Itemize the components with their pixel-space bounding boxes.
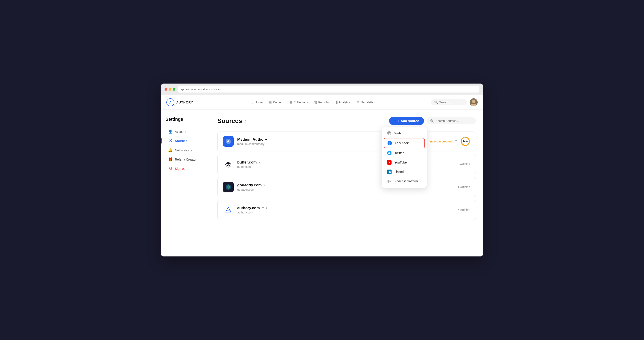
main-layout: Settings 👤 Account Sources 🔔 — [161, 109, 483, 256]
account-icon: 👤 — [168, 129, 173, 134]
refer-icon: 🎁 — [168, 157, 173, 161]
avatar[interactable] — [470, 98, 478, 106]
content-area: Sources 4 + + Add source — [210, 109, 483, 256]
plus-icon: + — [394, 119, 396, 123]
close-dot[interactable] — [164, 88, 167, 91]
buffer-articles: 5 Articles — [458, 162, 470, 166]
avatar-image — [470, 98, 478, 106]
svg-rect-16 — [390, 180, 390, 182]
authory-info: authory.com ? ▾ authory.com — [237, 206, 452, 214]
analytics-icon: ▐ — [335, 101, 338, 104]
nav-portfolio[interactable]: ◫ Portfolio — [314, 100, 329, 105]
sidebar-item-label: Sign out — [175, 167, 186, 171]
authory-url: authory.com — [237, 211, 452, 214]
medium-logo: A — [223, 136, 234, 147]
content-header: Sources 4 + + Add source — [217, 117, 476, 125]
authory-logo — [223, 205, 234, 215]
top-nav: A AUTHORY ⌂ Home ▤ Content ⊞ Collections — [161, 95, 483, 109]
header-right: + + Add source — [389, 117, 476, 125]
svg-text:A: A — [227, 139, 230, 143]
chevron-down-icon[interactable]: ▾ — [264, 184, 265, 187]
svg-rect-13 — [388, 181, 388, 182]
browser-traffic-lights — [164, 88, 175, 91]
svg-point-24 — [228, 207, 229, 208]
buffer-logo — [223, 159, 234, 169]
url-bar[interactable]: app.authory.com/settings/sources — [178, 86, 480, 92]
home-icon: ⌂ — [252, 101, 253, 104]
svg-point-1 — [472, 100, 475, 103]
search-icon: 🔍 — [434, 101, 438, 104]
svg-rect-15 — [389, 180, 389, 183]
sidebar-item-account[interactable]: 👤 Account — [166, 127, 206, 136]
nav-home[interactable]: ⌂ Home — [252, 100, 262, 105]
progress-circle: 94% — [460, 136, 470, 146]
source-card-godaddy: godaddy.com ▾ godaddy.com 1 Articles — [217, 177, 476, 197]
authory-name: authory.com ? ▾ — [237, 206, 452, 210]
url-text: app.authory.com/settings/sources — [181, 88, 221, 91]
logo-area[interactable]: A AUTHORY — [166, 98, 193, 106]
sidebar-item-label: Sources — [175, 139, 187, 143]
progress-percent: 94% — [463, 140, 468, 143]
import-text: Import in progress — [429, 140, 453, 143]
nav-newsletter[interactable]: ✉ Newsletter — [357, 100, 374, 105]
web-icon — [387, 131, 392, 136]
dropdown-item-facebook[interactable]: Facebook — [384, 138, 425, 148]
top-search-input[interactable] — [439, 101, 464, 104]
import-progress: Import in progress ? — [429, 139, 457, 143]
linkedin-icon — [387, 169, 392, 174]
minimize-dot[interactable] — [168, 88, 171, 91]
sidebar-item-refer[interactable]: 🎁 Refer a Creator — [166, 155, 206, 164]
source-card-authory: authory.com ? ▾ authory.com 15 Articles — [217, 200, 476, 220]
buffer-article-count: 5 Articles — [458, 162, 470, 166]
help-icon[interactable]: ? — [455, 139, 457, 143]
sources-search-input[interactable] — [436, 119, 472, 122]
godaddy-article-count: 1 Articles — [458, 185, 470, 189]
nav-links: ⌂ Home ▤ Content ⊞ Collections ◫ Portfol… — [202, 100, 424, 105]
sidebar-item-label: Account — [175, 130, 186, 133]
twitter-icon — [387, 150, 392, 155]
chevron-down-icon[interactable]: ▾ — [266, 207, 267, 210]
svg-rect-12 — [387, 169, 392, 174]
dropdown-item-podcast[interactable]: Podcast platform — [384, 177, 425, 186]
portfolio-icon: ◫ — [314, 101, 317, 104]
add-source-button[interactable]: + + Add source — [389, 117, 424, 125]
dropdown-item-web[interactable]: Web — [384, 128, 425, 138]
logo-name: AUTHORY — [176, 101, 193, 104]
nav-analytics[interactable]: ▐ Analytics — [335, 100, 350, 105]
signout-icon — [168, 166, 173, 171]
youtube-icon — [387, 160, 392, 165]
page-title: Sources — [217, 117, 242, 124]
dropdown-item-twitter[interactable]: Twitter — [384, 148, 425, 158]
godaddy-url: godaddy.com — [237, 188, 454, 191]
sidebar-item-signout[interactable]: Sign out — [166, 164, 206, 173]
search-sources-icon: 🔍 — [430, 119, 434, 122]
browser-chrome: app.authory.com/settings/sources — [161, 84, 483, 95]
sidebar-title: Settings — [166, 117, 206, 122]
nav-collections[interactable]: ⊞ Collections — [290, 100, 308, 105]
godaddy-articles: 1 Articles — [458, 185, 470, 189]
sidebar-item-sources[interactable]: Sources — [166, 136, 206, 145]
authory-articles: 15 Articles — [456, 208, 470, 212]
dropdown-item-linkedin[interactable]: LinkedIn — [384, 167, 425, 177]
sidebar-item-notifications[interactable]: 🔔 Notifications — [166, 146, 206, 154]
content-icon: ▤ — [269, 101, 272, 104]
podcast-icon — [387, 179, 392, 184]
notifications-icon: 🔔 — [168, 148, 173, 152]
nav-content[interactable]: ▤ Content — [269, 100, 283, 105]
top-search-bar[interactable]: 🔍 — [431, 99, 467, 105]
authory-article-count: 15 Articles — [456, 208, 470, 212]
maximize-dot[interactable] — [173, 88, 175, 91]
godaddy-logo — [223, 182, 234, 192]
medium-status: Import in progress ? 94% — [429, 136, 470, 146]
help-icon-authory[interactable]: ? — [262, 206, 264, 210]
sources-search-bar[interactable]: 🔍 — [427, 117, 476, 124]
app-container: A AUTHORY ⌂ Home ▤ Content ⊞ Collections — [161, 95, 483, 256]
chevron-down-icon[interactable]: ▾ — [258, 161, 260, 164]
browser-window: app.authory.com/settings/sources A AUTHO… — [161, 84, 483, 256]
source-card-buffer: buffer.com ▾ buffer.com 5 Articles — [217, 154, 476, 174]
dropdown-item-youtube[interactable]: YouTube — [384, 158, 425, 167]
sources-icon — [168, 139, 173, 143]
collections-icon: ⊞ — [290, 101, 292, 104]
sidebar: Settings 👤 Account Sources 🔔 — [161, 109, 210, 256]
source-card-medium: A Medium Authory medium.com/authory Impo… — [217, 131, 476, 151]
